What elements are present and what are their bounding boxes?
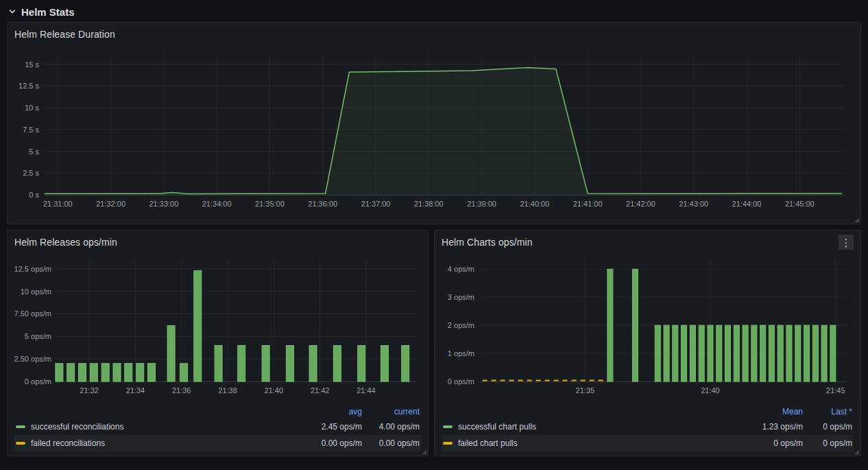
legend-header-avg[interactable]: avg (295, 407, 363, 416)
x-axis-tick-label: 21:38 (218, 386, 237, 395)
legend-value-current: 4.00 ops/m (363, 422, 421, 432)
bar (125, 364, 132, 381)
bar (381, 346, 388, 382)
legend-table: avg current successful reconciliations 2… (8, 403, 428, 456)
y-axis-tick-label: 12.5 s (19, 82, 39, 90)
bar (777, 325, 783, 381)
legend-label[interactable]: successful chart pulls (442, 422, 727, 432)
legend-header-last[interactable]: Last * (804, 407, 854, 416)
y-axis-tick-label: 7.5 s (23, 126, 39, 134)
panel-title[interactable]: Helm Release Duration (14, 29, 115, 40)
y-axis-tick-label: 5 s (29, 148, 39, 156)
x-axis-tick-label: 21:40:00 (520, 200, 549, 208)
series-color-swatch (16, 425, 25, 428)
legend-value-mean: 0 ops/m (727, 438, 804, 448)
bar (769, 325, 774, 381)
legend-value-last: 0 ops/m (804, 422, 854, 432)
time-series-chart-release-duration[interactable]: 0 s2.5 s5 s7.5 s10 s12.5 s15 s21:31:0021… (8, 46, 860, 213)
bar (751, 325, 757, 381)
legend-header-row: Mean Last * (442, 405, 854, 419)
panel-menu-kebab-icon[interactable]: ⋮ (839, 235, 854, 250)
bar (358, 346, 365, 382)
bar (812, 325, 818, 381)
legend-header-current[interactable]: current (363, 407, 421, 416)
x-axis-tick-label: 21:39:00 (467, 200, 496, 208)
x-axis-tick-label: 21:36:00 (308, 200, 337, 208)
y-axis-tick-label: 5 ops/m (25, 332, 51, 340)
panel-title[interactable]: Helm Charts ops/min (442, 237, 533, 248)
legend-row-failed-reconciliations: failed reconciliations 0.00 ops/m 0.00 o… (14, 435, 421, 451)
x-axis-tick-label: 21:32:00 (96, 200, 125, 208)
panel-helm-release-duration: Helm Release Duration 0 s2.5 s5 s7.5 s10… (7, 22, 861, 224)
x-axis-tick-label: 21:41:00 (573, 200, 603, 208)
legend-row-failed-chart-pulls: failed chart pulls 0 ops/m 0 ops/m (442, 435, 854, 451)
x-axis-tick-label: 21:43:00 (679, 200, 708, 208)
y-axis-tick-label: 3 ops/m (448, 293, 474, 301)
panel-header: Helm Charts ops/min ⋮ (435, 231, 860, 254)
x-axis-tick-label: 21:38:00 (414, 200, 444, 208)
panel-resize-handle[interactable] (422, 449, 426, 454)
bar (734, 325, 739, 381)
y-axis-tick-label: 0 ops/m (25, 377, 51, 386)
panel-resize-handle[interactable] (854, 449, 859, 454)
x-axis-tick-label: 21:33:00 (149, 200, 178, 208)
legend-value-current: 0.00 ops/m (363, 438, 421, 448)
bar (830, 325, 836, 381)
legend-header-mean[interactable]: Mean (727, 407, 804, 416)
x-axis-tick-label: 21:31:00 (43, 200, 73, 208)
bar (262, 346, 269, 382)
bar (821, 325, 827, 381)
bar (716, 325, 722, 381)
row-title: Helm Stats (21, 6, 75, 18)
x-axis-tick-label: 21:32 (80, 386, 99, 395)
bar (309, 346, 317, 382)
x-axis-tick-label: 21:44:00 (732, 200, 762, 208)
legend-value-avg: 2.45 ops/m (295, 422, 363, 432)
bar (148, 364, 156, 381)
legend-label[interactable]: successful reconciliations (14, 422, 295, 432)
x-axis-tick-label: 21:42:00 (626, 200, 655, 208)
panel-resize-handle[interactable] (854, 218, 859, 222)
x-axis-tick-label: 21:35:00 (255, 200, 285, 208)
row-header-helm-stats[interactable]: Helm Stats (7, 0, 861, 22)
bar (673, 325, 678, 381)
series-color-swatch (443, 442, 453, 445)
series-area (45, 68, 842, 195)
bar (725, 325, 731, 381)
bar (795, 325, 801, 381)
legend-label[interactable]: failed reconciliations (14, 438, 295, 448)
panel-header: Helm Release Duration (8, 23, 860, 46)
bar (682, 325, 687, 381)
x-axis-tick-label: 21:34 (126, 386, 145, 395)
legend-label[interactable]: failed chart pulls (442, 438, 727, 448)
x-axis-tick-label: 21:40 (265, 386, 284, 395)
bar-chart-helm-charts[interactable]: 0 ops/m1 ops/m2 ops/m3 ops/m4 ops/m21:35… (435, 254, 860, 399)
x-axis-tick-label: 21:45:00 (785, 200, 815, 208)
y-axis-tick-label: 15 s (25, 60, 39, 69)
bar (215, 346, 222, 382)
legend-row-successful-chart-pulls: successful chart pulls 1.23 ops/m 0 ops/… (442, 419, 854, 435)
panel-title[interactable]: Helm Releases ops/min (14, 237, 117, 248)
y-axis-tick-label: 0 s (29, 191, 39, 199)
bar (699, 325, 704, 381)
bar (56, 364, 63, 381)
bar (402, 346, 409, 382)
x-axis-tick-label: 21:34:00 (202, 200, 232, 208)
bar (79, 364, 86, 381)
bar (101, 364, 109, 381)
dashboard: Helm Stats Helm Release Duration 0 s2.5 … (0, 0, 868, 456)
bar (333, 346, 341, 382)
x-axis-tick-label: 21:35 (576, 386, 595, 395)
panel-header: Helm Releases ops/min (8, 231, 428, 254)
y-axis-tick-label: 2 ops/m (448, 321, 474, 329)
series-color-swatch (16, 442, 25, 445)
bar-chart-helm-releases[interactable]: 0 ops/m2.50 ops/m5 ops/m7.50 ops/m10 ops… (8, 254, 428, 399)
bar (632, 269, 638, 381)
bar (786, 325, 792, 381)
bar (664, 325, 669, 381)
y-axis-tick-label: 1 ops/m (448, 349, 474, 357)
y-axis-tick-label: 0 ops/m (448, 377, 474, 386)
bar (238, 346, 245, 382)
bar (90, 364, 97, 381)
y-axis-tick-label: 10 ops/m (21, 287, 51, 296)
